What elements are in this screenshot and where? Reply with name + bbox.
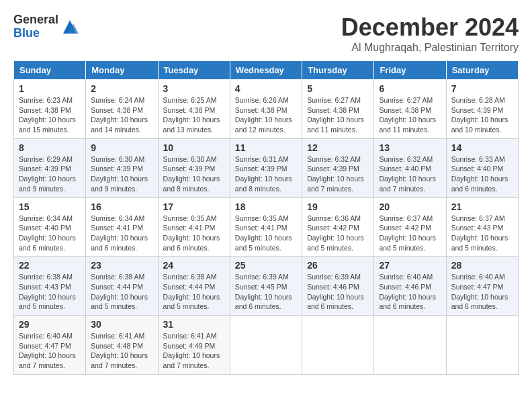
day-info: Sunrise: 6:34 AMSunset: 4:40 PMDaylight:… <box>19 214 81 253</box>
calendar-header-row: SundayMondayTuesdayWednesdayThursdayFrid… <box>14 61 519 80</box>
day-info: Sunrise: 6:41 AMSunset: 4:49 PMDaylight:… <box>163 331 225 371</box>
logo-general: General <box>13 13 58 27</box>
calendar-day-cell: 4Sunrise: 6:26 AMSunset: 4:38 PMDaylight… <box>230 80 302 139</box>
calendar-day-cell: 24Sunrise: 6:38 AMSunset: 4:44 PMDayligh… <box>158 257 230 316</box>
day-info: Sunrise: 6:30 AMSunset: 4:39 PMDaylight:… <box>91 154 152 194</box>
day-number: 14 <box>451 142 513 153</box>
calendar-day-cell: 18Sunrise: 6:35 AMSunset: 4:41 PMDayligh… <box>230 197 302 257</box>
calendar-week-row: 8Sunrise: 6:29 AMSunset: 4:39 PMDaylight… <box>14 138 519 197</box>
calendar-day-cell <box>302 316 374 375</box>
calendar-day-cell: 3Sunrise: 6:25 AMSunset: 4:38 PMDaylight… <box>158 80 230 139</box>
day-info: Sunrise: 6:28 AMSunset: 4:39 PMDaylight:… <box>451 95 513 135</box>
day-info: Sunrise: 6:37 AMSunset: 4:43 PMDaylight:… <box>451 214 513 253</box>
day-info: Sunrise: 6:23 AMSunset: 4:38 PMDaylight:… <box>19 95 81 135</box>
day-number: 16 <box>91 201 152 212</box>
logo-blue: Blue <box>13 27 58 40</box>
calendar-week-row: 1Sunrise: 6:23 AMSunset: 4:38 PMDaylight… <box>14 80 519 139</box>
weekday-header-thursday: Thursday <box>302 61 374 80</box>
calendar-day-cell: 5Sunrise: 6:27 AMSunset: 4:38 PMDaylight… <box>302 80 374 139</box>
day-info: Sunrise: 6:32 AMSunset: 4:39 PMDaylight:… <box>307 154 369 194</box>
calendar-day-cell: 20Sunrise: 6:37 AMSunset: 4:42 PMDayligh… <box>374 197 446 257</box>
day-info: Sunrise: 6:25 AMSunset: 4:38 PMDaylight:… <box>163 95 225 135</box>
day-number: 24 <box>163 260 225 271</box>
day-number: 13 <box>379 142 441 153</box>
day-number: 29 <box>19 319 81 330</box>
calendar-day-cell: 6Sunrise: 6:27 AMSunset: 4:38 PMDaylight… <box>374 80 446 139</box>
location-title: Al Mughraqah, Palestinian Territory <box>341 42 519 54</box>
day-info: Sunrise: 6:35 AMSunset: 4:41 PMDaylight:… <box>163 214 225 253</box>
title-section: December 2024 Al Mughraqah, Palestinian … <box>341 13 519 54</box>
day-number: 28 <box>451 260 513 271</box>
day-number: 11 <box>235 142 297 153</box>
logo: General Blue <box>13 13 80 40</box>
weekday-header-saturday: Saturday <box>446 61 518 80</box>
day-info: Sunrise: 6:27 AMSunset: 4:38 PMDaylight:… <box>379 95 441 135</box>
weekday-header-wednesday: Wednesday <box>230 61 302 80</box>
day-info: Sunrise: 6:38 AMSunset: 4:43 PMDaylight:… <box>19 272 81 312</box>
calendar-day-cell: 12Sunrise: 6:32 AMSunset: 4:39 PMDayligh… <box>302 138 374 197</box>
day-number: 27 <box>379 260 441 271</box>
calendar-day-cell <box>374 316 446 375</box>
calendar-day-cell: 23Sunrise: 6:38 AMSunset: 4:44 PMDayligh… <box>86 257 158 316</box>
day-info: Sunrise: 6:31 AMSunset: 4:39 PMDaylight:… <box>235 154 297 194</box>
day-number: 25 <box>235 260 297 271</box>
day-number: 19 <box>307 201 369 212</box>
day-info: Sunrise: 6:26 AMSunset: 4:38 PMDaylight:… <box>235 95 297 135</box>
calendar-day-cell: 19Sunrise: 6:36 AMSunset: 4:42 PMDayligh… <box>302 197 374 257</box>
calendar-week-row: 22Sunrise: 6:38 AMSunset: 4:43 PMDayligh… <box>14 257 519 316</box>
day-number: 30 <box>91 319 152 330</box>
day-number: 17 <box>163 201 225 212</box>
calendar-day-cell: 28Sunrise: 6:40 AMSunset: 4:47 PMDayligh… <box>446 257 518 316</box>
calendar-day-cell: 29Sunrise: 6:40 AMSunset: 4:47 PMDayligh… <box>14 316 86 375</box>
day-info: Sunrise: 6:40 AMSunset: 4:47 PMDaylight:… <box>19 331 81 371</box>
day-number: 1 <box>19 83 81 94</box>
calendar-day-cell: 16Sunrise: 6:34 AMSunset: 4:41 PMDayligh… <box>86 197 158 257</box>
day-info: Sunrise: 6:38 AMSunset: 4:44 PMDaylight:… <box>163 272 225 312</box>
day-number: 15 <box>19 201 81 212</box>
day-info: Sunrise: 6:39 AMSunset: 4:45 PMDaylight:… <box>235 272 297 312</box>
day-info: Sunrise: 6:41 AMSunset: 4:48 PMDaylight:… <box>91 331 152 371</box>
calendar-day-cell: 15Sunrise: 6:34 AMSunset: 4:40 PMDayligh… <box>14 197 86 257</box>
calendar-day-cell: 31Sunrise: 6:41 AMSunset: 4:49 PMDayligh… <box>158 316 230 375</box>
calendar-day-cell: 8Sunrise: 6:29 AMSunset: 4:39 PMDaylight… <box>14 138 86 197</box>
day-info: Sunrise: 6:29 AMSunset: 4:39 PMDaylight:… <box>19 154 81 194</box>
day-info: Sunrise: 6:40 AMSunset: 4:47 PMDaylight:… <box>451 272 513 312</box>
calendar-day-cell: 2Sunrise: 6:24 AMSunset: 4:38 PMDaylight… <box>86 80 158 139</box>
day-number: 9 <box>91 142 152 153</box>
month-title: December 2024 <box>341 13 519 42</box>
weekday-header-sunday: Sunday <box>14 61 86 80</box>
day-info: Sunrise: 6:27 AMSunset: 4:38 PMDaylight:… <box>307 95 369 135</box>
day-info: Sunrise: 6:34 AMSunset: 4:41 PMDaylight:… <box>91 214 152 253</box>
day-info: Sunrise: 6:32 AMSunset: 4:40 PMDaylight:… <box>379 154 441 194</box>
logo-icon <box>60 17 80 37</box>
day-info: Sunrise: 6:36 AMSunset: 4:42 PMDaylight:… <box>307 214 369 253</box>
day-number: 2 <box>91 83 152 94</box>
day-info: Sunrise: 6:38 AMSunset: 4:44 PMDaylight:… <box>91 272 152 312</box>
day-number: 23 <box>91 260 152 271</box>
day-info: Sunrise: 6:33 AMSunset: 4:40 PMDaylight:… <box>451 154 513 194</box>
day-number: 12 <box>307 142 369 153</box>
day-info: Sunrise: 6:24 AMSunset: 4:38 PMDaylight:… <box>91 95 152 135</box>
calendar-day-cell: 9Sunrise: 6:30 AMSunset: 4:39 PMDaylight… <box>86 138 158 197</box>
day-info: Sunrise: 6:37 AMSunset: 4:42 PMDaylight:… <box>379 214 441 253</box>
calendar-day-cell <box>446 316 518 375</box>
day-number: 20 <box>379 201 441 212</box>
weekday-header-tuesday: Tuesday <box>158 61 230 80</box>
calendar-day-cell: 10Sunrise: 6:30 AMSunset: 4:39 PMDayligh… <box>158 138 230 197</box>
day-number: 10 <box>163 142 225 153</box>
weekday-header-monday: Monday <box>86 61 158 80</box>
calendar-day-cell: 1Sunrise: 6:23 AMSunset: 4:38 PMDaylight… <box>14 80 86 139</box>
day-number: 26 <box>307 260 369 271</box>
day-number: 31 <box>163 319 225 330</box>
calendar-week-row: 15Sunrise: 6:34 AMSunset: 4:40 PMDayligh… <box>14 197 519 257</box>
calendar-day-cell: 21Sunrise: 6:37 AMSunset: 4:43 PMDayligh… <box>446 197 518 257</box>
day-number: 22 <box>19 260 81 271</box>
day-info: Sunrise: 6:39 AMSunset: 4:46 PMDaylight:… <box>307 272 369 312</box>
calendar-day-cell: 25Sunrise: 6:39 AMSunset: 4:45 PMDayligh… <box>230 257 302 316</box>
day-number: 18 <box>235 201 297 212</box>
calendar-day-cell: 11Sunrise: 6:31 AMSunset: 4:39 PMDayligh… <box>230 138 302 197</box>
day-number: 3 <box>163 83 225 94</box>
day-number: 5 <box>307 83 369 94</box>
page-header: General Blue December 2024 Al Mughraqah,… <box>13 13 519 54</box>
calendar-day-cell: 14Sunrise: 6:33 AMSunset: 4:40 PMDayligh… <box>446 138 518 197</box>
